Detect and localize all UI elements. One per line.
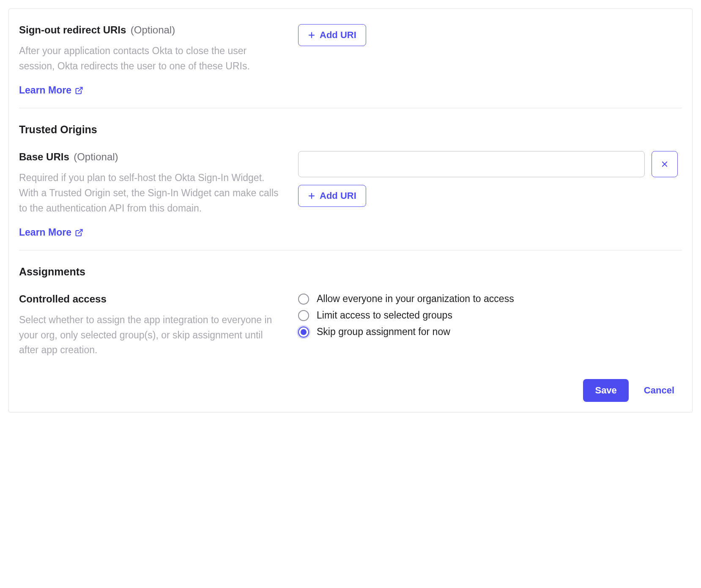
radio-allow-everyone[interactable]: Allow everyone in your organization to a… [298, 293, 682, 305]
cancel-button[interactable]: Cancel [636, 379, 682, 402]
close-icon [661, 160, 668, 168]
base-uris-description: Required if you plan to self-host the Ok… [19, 170, 281, 216]
assignments-heading-row: Assignments [19, 250, 682, 278]
base-uris-section: Base URIs (Optional) Required if you pla… [19, 138, 682, 250]
assignments-heading: Assignments [19, 266, 682, 278]
add-uri-label: Add URI [320, 190, 356, 201]
base-uris-optional: (Optional) [74, 151, 118, 162]
radio-skip-assignment[interactable]: Skip group assignment for now [298, 326, 682, 338]
base-uris-label: Base URIs [19, 151, 69, 162]
form-footer: Save Cancel [19, 362, 682, 402]
radio-label: Limit access to selected groups [317, 310, 452, 321]
external-link-icon [75, 86, 83, 95]
settings-panel: Sign-out redirect URIs (Optional) After … [8, 8, 693, 412]
base-uri-input[interactable] [298, 151, 645, 177]
signout-description: After your application contacts Okta to … [19, 44, 281, 74]
controlled-access-description: Select whether to assign the app integra… [19, 313, 281, 358]
base-uris-learn-more-link[interactable]: Learn More [19, 227, 83, 238]
svg-line-3 [78, 229, 82, 233]
radio-label: Allow everyone in your organization to a… [317, 293, 514, 305]
plus-icon [308, 31, 315, 39]
learn-more-text: Learn More [19, 227, 71, 238]
remove-uri-button[interactable] [652, 151, 678, 177]
radio-icon [298, 294, 309, 305]
trusted-origins-heading: Trusted Origins [19, 124, 682, 136]
signout-redirect-section: Sign-out redirect URIs (Optional) After … [19, 9, 682, 108]
external-link-icon [75, 228, 83, 237]
svg-line-0 [78, 87, 82, 91]
signout-learn-more-link[interactable]: Learn More [19, 85, 83, 96]
save-button[interactable]: Save [583, 379, 628, 402]
trusted-origins-heading-row: Trusted Origins [19, 108, 682, 136]
radio-limit-groups[interactable]: Limit access to selected groups [298, 310, 682, 321]
learn-more-text: Learn More [19, 85, 71, 96]
add-uri-label: Add URI [320, 30, 356, 41]
signout-add-uri-button[interactable]: Add URI [298, 24, 366, 46]
signout-optional: (Optional) [131, 24, 175, 36]
radio-label: Skip group assignment for now [317, 326, 450, 338]
radio-icon [298, 310, 309, 321]
controlled-access-radio-group: Allow everyone in your organization to a… [298, 293, 682, 338]
controlled-access-label: Controlled access [19, 293, 107, 305]
plus-icon [308, 192, 315, 200]
radio-icon [298, 327, 309, 338]
base-uris-add-uri-button[interactable]: Add URI [298, 185, 366, 207]
signout-label: Sign-out redirect URIs [19, 24, 126, 36]
controlled-access-section: Controlled access Select whether to assi… [19, 280, 682, 362]
